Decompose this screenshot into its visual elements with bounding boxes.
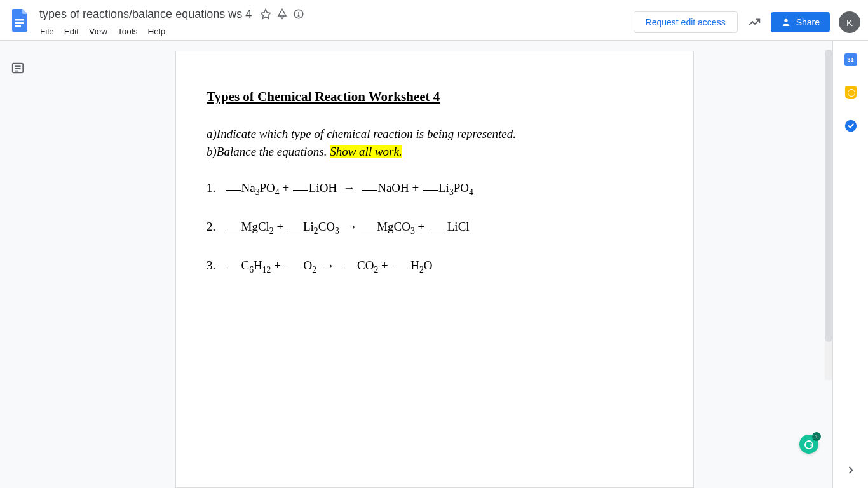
- app-header: types of reactions/balance equations ws …: [0, 0, 868, 41]
- menu-view[interactable]: View: [85, 24, 112, 39]
- move-to-drive-icon[interactable]: [276, 8, 288, 20]
- svg-rect-1: [15, 22, 24, 24]
- show-side-panel-icon[interactable]: [843, 463, 858, 478]
- keep-app-icon[interactable]: [843, 85, 858, 100]
- svg-point-11: [844, 120, 856, 132]
- document-status-icon[interactable]: [292, 8, 305, 20]
- tasks-app-icon[interactable]: [843, 118, 858, 133]
- worksheet-title: Types of Chemical Reaction Worksheet 4: [207, 87, 663, 107]
- header-actions: Request edit access Share K: [634, 5, 860, 33]
- vertical-scrollbar[interactable]: [825, 50, 832, 380]
- keep-icon: [845, 86, 857, 99]
- tasks-icon: [844, 119, 858, 133]
- docs-home-icon[interactable]: [8, 5, 33, 36]
- menu-bar: File Edit View Tools Help: [36, 23, 634, 39]
- instruction-a: a)Indicate which type of chemical reacti…: [207, 125, 663, 144]
- equation-list: 1. Na3PO4 + LiOH → NaOH + Li3PO4 2. MgCl…: [207, 179, 663, 277]
- star-icon[interactable]: [259, 8, 272, 20]
- svg-rect-0: [15, 19, 24, 21]
- document-outline-icon[interactable]: [11, 61, 26, 76]
- instruction-b-highlight: Show all work.: [330, 145, 402, 158]
- svg-rect-2: [15, 25, 21, 27]
- person-icon: [781, 17, 791, 27]
- menu-tools[interactable]: Tools: [113, 24, 142, 39]
- title-area: types of reactions/balance equations ws …: [33, 5, 634, 39]
- activity-icon[interactable]: [747, 15, 762, 30]
- scrollbar-thumb[interactable]: [825, 50, 832, 342]
- document-canvas[interactable]: Types of Chemical Reaction Worksheet 4 a…: [37, 41, 832, 488]
- share-button[interactable]: Share: [771, 12, 830, 32]
- share-label: Share: [796, 17, 820, 27]
- menu-edit[interactable]: Edit: [60, 24, 83, 39]
- account-avatar[interactable]: K: [839, 11, 860, 33]
- equation-3: 3. C6H12 + O2 → CO2 + H2O: [207, 257, 663, 276]
- svg-point-6: [784, 19, 787, 22]
- grammarly-icon: [803, 438, 815, 450]
- side-panel: 31: [832, 41, 868, 488]
- calendar-app-icon[interactable]: 31: [843, 52, 858, 67]
- workspace: Types of Chemical Reaction Worksheet 4 a…: [0, 41, 832, 488]
- equation-1: 1. Na3PO4 + LiOH → NaOH + Li3PO4: [207, 179, 663, 199]
- left-rail: [0, 41, 37, 488]
- calendar-icon: 31: [844, 53, 857, 66]
- equation-2: 2. MgCl2 + Li2CO3 → MgCO3 + LiCl: [207, 218, 663, 238]
- instruction-b: b)Balance the equations. Show all work.: [207, 143, 663, 161]
- eq1-number: 1.: [207, 181, 215, 194]
- eq2-number: 2.: [207, 220, 215, 233]
- svg-point-5: [298, 15, 299, 17]
- grammarly-badge[interactable]: [799, 435, 818, 454]
- eq3-number: 3.: [207, 259, 215, 272]
- instruction-b-prefix: b)Balance the equations.: [207, 145, 330, 158]
- request-edit-access-button[interactable]: Request edit access: [634, 11, 738, 33]
- menu-file[interactable]: File: [36, 24, 58, 39]
- menu-help[interactable]: Help: [144, 24, 170, 39]
- document-title[interactable]: types of reactions/balance equations ws …: [36, 6, 255, 22]
- page: Types of Chemical Reaction Worksheet 4 a…: [175, 51, 694, 488]
